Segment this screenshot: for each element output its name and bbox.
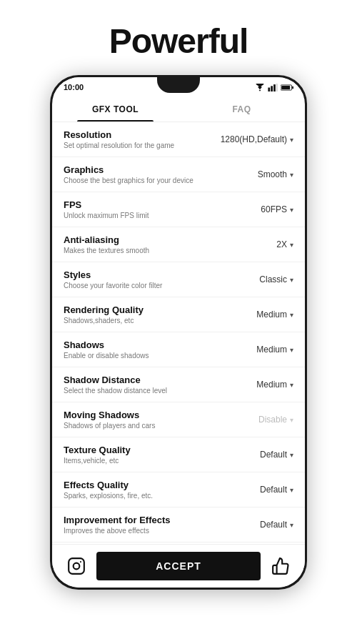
setting-row-shadow-distance[interactable]: Shadow DistanceSelect the shadow distanc… — [52, 367, 305, 402]
setting-value-rendering-quality[interactable]: Medium▾ — [256, 309, 293, 319]
svg-rect-2 — [273, 84, 276, 91]
setting-value-shadow-distance[interactable]: Medium▾ — [256, 380, 293, 390]
page-title: Powerful — [109, 21, 248, 61]
setting-info-styles: StylesChoose your favorite color filter — [64, 269, 259, 289]
setting-value-text-rendering-quality: Medium — [256, 309, 287, 319]
setting-value-anti-aliasing[interactable]: 2X▾ — [276, 239, 293, 249]
setting-name-graphics: Graphics — [64, 164, 258, 175]
setting-name-texture-quality: Texture Quality — [64, 445, 260, 455]
dropdown-arrow-improvement-effects: ▾ — [290, 521, 293, 529]
setting-value-text-improvement-effects: Default — [260, 520, 287, 530]
svg-rect-6 — [292, 86, 293, 89]
setting-desc-rendering-quality: Shadows,shaders, etc — [64, 317, 256, 325]
setting-value-text-shadows: Medium — [256, 345, 287, 355]
wifi-icon — [255, 84, 265, 91]
setting-desc-styles: Choose your favorite color filter — [64, 282, 259, 289]
setting-name-resolution: Resolution — [64, 129, 221, 140]
setting-name-styles: Styles — [64, 269, 259, 280]
setting-info-effects-quality: Effects QualitySparks, explosions, fire,… — [64, 480, 260, 500]
setting-desc-resolution: Set optimal resolution for the game — [64, 142, 221, 149]
setting-desc-shadows: Enable or disable shadows — [64, 352, 256, 360]
setting-value-fps[interactable]: 60FPS▾ — [261, 204, 293, 214]
setting-name-fps: FPS — [64, 199, 261, 210]
setting-row-rendering-quality[interactable]: Rendering QualityShadows,shaders, etcMed… — [52, 297, 305, 332]
setting-desc-moving-shadows: Shadows of players and cars — [64, 422, 258, 430]
setting-value-resolution[interactable]: 1280(HD,Default)▾ — [221, 134, 293, 144]
bottom-bar: ACCEPT — [52, 544, 305, 588]
setting-name-anti-aliasing: Anti-aliasing — [64, 234, 276, 245]
setting-value-texture-quality[interactable]: Default▾ — [260, 450, 293, 460]
svg-rect-3 — [276, 84, 278, 91]
svg-point-8 — [74, 563, 80, 570]
svg-rect-0 — [268, 87, 270, 91]
setting-desc-graphics: Choose the best graphics for your device — [64, 177, 258, 184]
setting-row-anti-aliasing[interactable]: Anti-aliasingMakes the textures smooth2X… — [52, 227, 305, 262]
setting-row-fps[interactable]: FPSUnlock maximum FPS limit60FPS▾ — [52, 192, 305, 227]
setting-value-shadows[interactable]: Medium▾ — [256, 345, 293, 355]
setting-value-improvement-effects[interactable]: Default▾ — [260, 520, 293, 530]
setting-info-resolution: ResolutionSet optimal resolution for the… — [64, 129, 221, 149]
phone-inner: 10:00 — [52, 77, 305, 588]
instagram-icon — [67, 557, 86, 575]
setting-value-text-texture-quality: Default — [260, 450, 287, 460]
setting-info-texture-quality: Texture QualityItems,vehicle, etc — [64, 445, 260, 465]
setting-value-text-shadow-distance: Medium — [256, 380, 287, 390]
setting-value-effects-quality[interactable]: Default▾ — [260, 485, 293, 495]
setting-name-effects-quality: Effects Quality — [64, 480, 260, 490]
setting-row-moving-shadows[interactable]: Moving ShadowsShadows of players and car… — [52, 402, 305, 437]
notch — [157, 77, 200, 93]
setting-name-shadow-distance: Shadow Distance — [64, 375, 256, 385]
dropdown-arrow-shadows: ▾ — [290, 346, 293, 354]
setting-value-styles[interactable]: Classic▾ — [259, 274, 293, 284]
thumbsup-button[interactable] — [268, 553, 293, 579]
setting-value-moving-shadows[interactable]: Disable▾ — [258, 415, 293, 425]
tab-faq[interactable]: FAQ — [178, 97, 305, 122]
setting-value-text-anti-aliasing: 2X — [276, 239, 287, 249]
dropdown-arrow-graphics: ▾ — [290, 171, 293, 179]
setting-row-styles[interactable]: StylesChoose your favorite color filterC… — [52, 262, 305, 297]
setting-row-shadows[interactable]: ShadowsEnable or disable shadowsMedium▾ — [52, 332, 305, 367]
setting-info-improvement-effects: Improvement for EffectsImproves the abov… — [64, 515, 260, 535]
setting-desc-improvement-effects: Improves the above effects — [64, 527, 260, 535]
setting-row-effects-quality[interactable]: Effects QualitySparks, explosions, fire,… — [52, 472, 305, 507]
svg-point-9 — [80, 561, 81, 563]
status-bar: 10:00 — [52, 77, 305, 97]
dropdown-arrow-moving-shadows: ▾ — [290, 416, 293, 424]
setting-value-text-moving-shadows: Disable — [258, 415, 287, 425]
setting-row-graphics[interactable]: GraphicsChoose the best graphics for you… — [52, 157, 305, 192]
instagram-button[interactable] — [64, 553, 89, 579]
setting-value-text-graphics: Smooth — [258, 169, 287, 179]
dropdown-arrow-resolution: ▾ — [290, 136, 293, 144]
setting-desc-texture-quality: Items,vehicle, etc — [64, 457, 260, 465]
svg-rect-7 — [69, 558, 84, 574]
dropdown-arrow-styles: ▾ — [290, 276, 293, 284]
settings-list: ResolutionSet optimal resolution for the… — [52, 122, 305, 544]
dropdown-arrow-anti-aliasing: ▾ — [290, 241, 293, 249]
setting-value-graphics[interactable]: Smooth▾ — [258, 169, 293, 179]
svg-rect-5 — [281, 86, 290, 89]
setting-name-improvement-effects: Improvement for Effects — [64, 515, 260, 525]
tab-gfx-tool[interactable]: GFX TOOL — [52, 97, 178, 122]
dropdown-arrow-effects-quality: ▾ — [290, 486, 293, 494]
setting-desc-anti-aliasing: Makes the textures smooth — [64, 247, 276, 254]
status-time: 10:00 — [64, 83, 84, 91]
tabs-bar: GFX TOOL FAQ — [52, 97, 305, 122]
accept-button[interactable]: ACCEPT — [96, 552, 261, 580]
dropdown-arrow-rendering-quality: ▾ — [290, 311, 293, 319]
setting-name-shadows: Shadows — [64, 340, 256, 350]
setting-value-text-fps: 60FPS — [261, 204, 287, 214]
setting-info-shadows: ShadowsEnable or disable shadows — [64, 340, 256, 360]
setting-name-rendering-quality: Rendering Quality — [64, 304, 256, 315]
battery-icon — [281, 84, 293, 91]
setting-info-moving-shadows: Moving ShadowsShadows of players and car… — [64, 410, 258, 430]
setting-info-fps: FPSUnlock maximum FPS limit — [64, 199, 261, 219]
dropdown-arrow-fps: ▾ — [290, 206, 293, 214]
setting-info-graphics: GraphicsChoose the best graphics for you… — [64, 164, 258, 184]
setting-value-text-effects-quality: Default — [260, 485, 287, 495]
setting-value-text-resolution: 1280(HD,Default) — [221, 134, 287, 144]
setting-row-texture-quality[interactable]: Texture QualityItems,vehicle, etcDefault… — [52, 437, 305, 472]
setting-info-shadow-distance: Shadow DistanceSelect the shadow distanc… — [64, 375, 256, 395]
setting-row-resolution[interactable]: ResolutionSet optimal resolution for the… — [52, 122, 305, 157]
setting-row-improvement-effects[interactable]: Improvement for EffectsImproves the abov… — [52, 507, 305, 543]
thumbsup-icon — [271, 557, 290, 575]
